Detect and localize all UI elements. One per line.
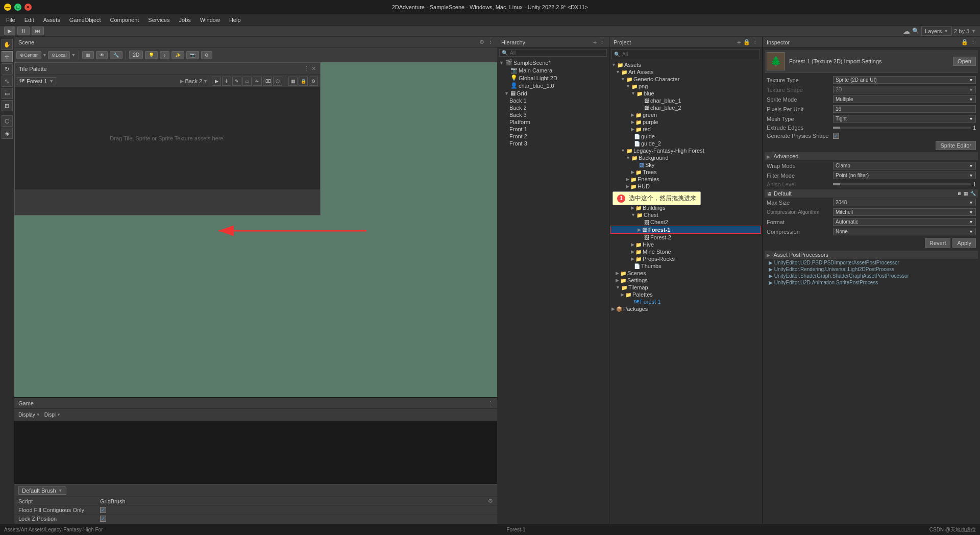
pt-legacyforest[interactable]: ▼📁Legacy-Fantasy-High Forest <box>609 147 762 154</box>
pt-guide[interactable]: 📄guide <box>609 133 762 140</box>
local-global-btn[interactable]: ⊙Local <box>48 51 70 59</box>
pt-chest2[interactable]: 🖼Chest2 <box>609 218 762 226</box>
hierarchy-item-maincamera[interactable]: 📷 Main Camera <box>497 66 609 74</box>
palette-selector[interactable]: 🗺 Forest 1 ▼ <box>17 77 56 85</box>
pt-guide2[interactable]: 📄guide_2 <box>609 140 762 147</box>
scene-settings-icon[interactable]: ⚙ <box>479 39 484 45</box>
pt-forest1[interactable]: ▶🖼Forest-1 <box>610 226 761 234</box>
pt-red[interactable]: ▶📁red <box>609 126 762 133</box>
advanced-section[interactable]: ▶ Advanced <box>765 152 978 161</box>
hierarchy-item-back1[interactable]: Back 1 <box>497 97 609 104</box>
hierarchy-item-platform[interactable]: Platform <box>497 118 609 126</box>
pt-background[interactable]: ▼📁Background <box>609 154 762 161</box>
gizmos-btn[interactable]: ⚙ <box>201 51 212 59</box>
mesh-type-dropdown[interactable]: Tight ▼ <box>833 115 976 123</box>
hierarchy-item-front3[interactable]: Front 3 <box>497 140 609 147</box>
pt-artassets[interactable]: ▼📁Art Assets <box>609 68 762 76</box>
wrap-mode-dropdown[interactable]: Clamp ▼ <box>833 162 976 169</box>
post-proc-psd[interactable]: ▶ UnityEditor.U2D.PSD.PSDImporterAssetPo… <box>765 259 978 266</box>
hierarchy-more-icon[interactable]: ⋮ <box>599 39 605 45</box>
menu-edit[interactable]: Edit <box>20 16 38 24</box>
search-icon[interactable]: 🔍 <box>912 28 919 34</box>
transform-tool[interactable]: ⊞ <box>2 100 13 111</box>
pt-green[interactable]: ▶📁green <box>609 111 762 118</box>
flood-fill-checkbox[interactable] <box>100 507 106 513</box>
scene-tab[interactable]: Scene <box>18 39 34 45</box>
texture-type-dropdown[interactable]: Sprite (2D and UI) ▼ <box>833 76 976 84</box>
palette-tool-pick[interactable]: ✁ <box>253 77 262 86</box>
sprite-editor-button[interactable]: Sprite Editor <box>936 141 976 150</box>
scene-camera-btn[interactable]: 📷 <box>186 51 199 59</box>
hierarchy-item-front1[interactable]: Front 1 <box>497 126 609 133</box>
scene-more-icon[interactable]: ⋮ <box>487 39 493 45</box>
palette-tool-fill[interactable]: ⬡ <box>273 77 282 86</box>
step-button[interactable]: ⏭ <box>32 27 44 35</box>
pt-tilemap[interactable]: ▼📁Tilemap <box>609 284 762 291</box>
palette-tool-erase[interactable]: ⌫ <box>263 77 272 86</box>
pt-settings[interactable]: ▶📁Settings <box>609 277 762 284</box>
max-size-dropdown[interactable]: 2048 ▼ <box>833 199 976 206</box>
audio-btn[interactable]: ♪ <box>160 51 169 59</box>
maximize-button[interactable]: □ <box>14 4 21 11</box>
hierarchy-item-samplescene[interactable]: ▼ 🎬 SampleScene* <box>497 59 609 66</box>
hierarchy-item-back2[interactable]: Back 2 <box>497 104 609 111</box>
custom-tool-1[interactable]: ⬡ <box>2 115 13 127</box>
pt-blue[interactable]: ▼📁blue <box>609 90 762 97</box>
hand-tool[interactable]: ✋ <box>2 39 13 50</box>
project-add-icon[interactable]: + <box>737 38 741 46</box>
menu-services[interactable]: Services <box>144 16 174 24</box>
game-resolution-dropdown[interactable]: Displ ▼ <box>44 412 61 418</box>
pause-button[interactable]: ⏸ <box>17 27 30 35</box>
pt-propsrocks[interactable]: ▶📁Props-Rocks <box>609 255 762 262</box>
pt-buildings[interactable]: ▶📁Buildings <box>609 204 762 211</box>
inspector-more-icon[interactable]: ⋮ <box>970 39 976 45</box>
open-button[interactable]: Open <box>953 57 976 66</box>
scale-tool[interactable]: ⤡ <box>2 76 13 87</box>
format-dropdown[interactable]: Automatic ▼ <box>833 218 976 226</box>
pt-packages[interactable]: ▶📦Packages <box>609 305 762 312</box>
pt-enemies[interactable]: ▶📁Enemies <box>609 176 762 183</box>
pt-genericchar[interactable]: ▼📁Generic-Character <box>609 76 762 83</box>
palette-tool-select[interactable]: ▶ <box>212 77 221 86</box>
2d-btn[interactable]: 2D <box>129 51 143 59</box>
pt-palettes[interactable]: ▶📁Palettes <box>609 291 762 298</box>
menu-window[interactable]: Window <box>196 16 224 24</box>
project-lock-icon[interactable]: 🔒 <box>743 39 750 45</box>
pt-charblue1[interactable]: 🖼char_blue_1 <box>609 97 762 104</box>
rect-tool[interactable]: ▭ <box>2 88 13 99</box>
pt-minestone[interactable]: ▶📁Mine Stone <box>609 248 762 255</box>
pt-thumbs[interactable]: 📄Thumbs <box>609 262 762 270</box>
scene-view[interactable]: Tile Palette ⋮ ✕ 🗺 Forest 1 ▼ <box>14 62 497 397</box>
center-pivot-btn[interactable]: ⊕Center <box>16 51 41 59</box>
hierarchy-item-front2[interactable]: Front 2 <box>497 133 609 140</box>
pixels-per-unit-input[interactable] <box>833 105 976 113</box>
play-button[interactable]: ▶ <box>4 27 15 35</box>
script-settings-icon[interactable]: ⚙ <box>488 498 493 504</box>
lock-z-checkbox[interactable] <box>100 516 106 522</box>
palette-tool-move[interactable]: ✛ <box>222 77 231 86</box>
snap-btn[interactable]: 🔧 <box>110 51 122 59</box>
pt-forest1-palette[interactable]: 🗺Forest 1 <box>609 298 762 305</box>
rotate-tool[interactable]: ↻ <box>2 63 13 75</box>
palette-tool-box[interactable]: ▭ <box>242 77 252 86</box>
menu-component[interactable]: Component <box>106 16 143 24</box>
menu-file[interactable]: File <box>2 16 19 24</box>
minimize-button[interactable]: — <box>4 4 11 11</box>
apply-button[interactable]: Apply <box>952 238 976 248</box>
pt-charblue2[interactable]: 🖼char_blue_2 <box>609 104 762 111</box>
pt-assets[interactable]: ▼📁Assets <box>609 61 762 68</box>
palette-view-more[interactable]: ⚙ <box>309 77 318 86</box>
fx-btn[interactable]: ✨ <box>172 51 184 59</box>
project-more-icon[interactable]: ⋮ <box>752 39 758 45</box>
light-btn[interactable]: 💡 <box>145 51 158 59</box>
palette-tool-paint[interactable]: ✎ <box>232 77 241 86</box>
menu-assets[interactable]: Assets <box>39 16 64 24</box>
tile-palette-close[interactable]: ✕ <box>311 65 316 72</box>
brush-type-dropdown[interactable]: Default Brush ▼ <box>18 487 66 495</box>
pt-trees1[interactable]: ▶📁Trees <box>609 168 762 176</box>
hierarchy-item-charblue[interactable]: 👤 char_blue_1.0 <box>497 82 609 89</box>
game-more-icon[interactable]: ⋮ <box>487 400 493 407</box>
game-display-dropdown[interactable]: Display ▼ <box>18 412 40 418</box>
pt-chest[interactable]: ▼📁Chest <box>609 211 762 218</box>
texture-shape-dropdown[interactable]: 2D ▼ <box>833 86 976 93</box>
